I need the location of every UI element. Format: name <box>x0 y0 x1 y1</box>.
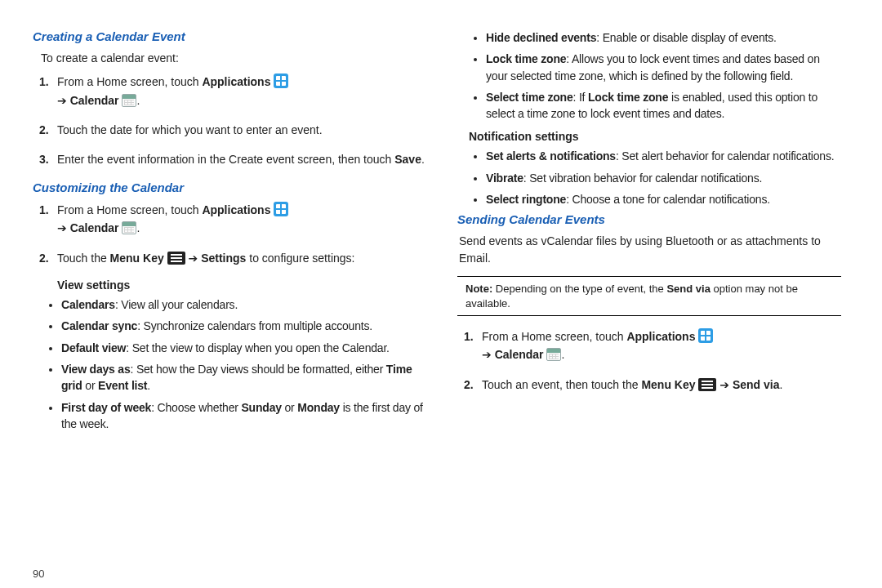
heading-customizing: Customizing the Calendar <box>33 180 425 194</box>
applications-icon <box>274 74 288 88</box>
list-item: Select ringtone: Choose a tone for calen… <box>486 191 841 207</box>
list-item: View days as: Set how the Day views shou… <box>61 361 425 394</box>
notification-settings-head: Notification settings <box>469 130 841 143</box>
applications-icon <box>274 202 288 216</box>
cust-step-1: From a Home screen, touch Applications ➔… <box>57 201 425 238</box>
list-item: First day of week: Choose whether Sunday… <box>61 399 425 433</box>
notification-settings-list: Set alerts & notifications: Set alert be… <box>457 148 841 207</box>
calendar-icon <box>122 94 136 107</box>
step-2: Touch the date for which you want to ent… <box>57 121 425 139</box>
list-item: Vibrate: Set vibration behavior for cale… <box>486 170 841 186</box>
list-item: Hide declined events: Enable or disable … <box>486 29 841 46</box>
send-step-2: Touch an event, then touch the Menu Key … <box>482 376 841 394</box>
applications-icon <box>698 328 713 343</box>
send-step-1: From a Home screen, touch Applications ➔… <box>482 327 841 364</box>
step-3: Enter the event information in the Creat… <box>57 150 425 168</box>
view-settings-list: Calendars: View all your calendars. Cale… <box>33 296 425 432</box>
note-box: Note: Depending on the type of event, th… <box>457 276 841 316</box>
customize-steps: From a Home screen, touch Applications ➔… <box>33 201 425 267</box>
list-item: Default view: Set the view to display wh… <box>61 340 425 356</box>
menu-key-icon <box>167 252 185 265</box>
left-column: Creating a Calendar Event To create a ca… <box>33 24 449 580</box>
list-item: Set alerts & notifications: Set alert be… <box>486 148 841 164</box>
heading-sending-events: Sending Calendar Events <box>457 212 841 226</box>
top-bullet-list: Hide declined events: Enable or disable … <box>457 29 841 122</box>
page-number: 90 <box>33 568 44 580</box>
create-event-steps: From a Home screen, touch Applications ➔… <box>33 73 425 169</box>
view-settings-head: View settings <box>57 278 425 292</box>
calendar-icon <box>122 221 136 234</box>
menu-key-icon <box>698 378 716 391</box>
right-column: Hide declined events: Enable or disable … <box>449 24 866 580</box>
cust-step-2: Touch the Menu Key ➔ Settings to configu… <box>57 249 425 267</box>
calendar-icon <box>546 348 561 361</box>
list-item: Select time zone: If Lock time zone is e… <box>486 89 841 122</box>
heading-creating-event: Creating a Calendar Event <box>33 29 425 43</box>
step-1: From a Home screen, touch Applications ➔… <box>57 73 425 109</box>
intro-text: To create a calendar event: <box>41 50 425 66</box>
list-item: Calendars: View all your calendars. <box>61 296 425 313</box>
sending-intro: Send events as vCalendar files by using … <box>459 233 841 266</box>
sending-steps: From a Home screen, touch Applications ➔… <box>457 327 841 394</box>
list-item: Calendar sync: Synchronize calendars fro… <box>61 318 425 334</box>
list-item: Lock time zone: Allows you to lock event… <box>486 51 841 84</box>
